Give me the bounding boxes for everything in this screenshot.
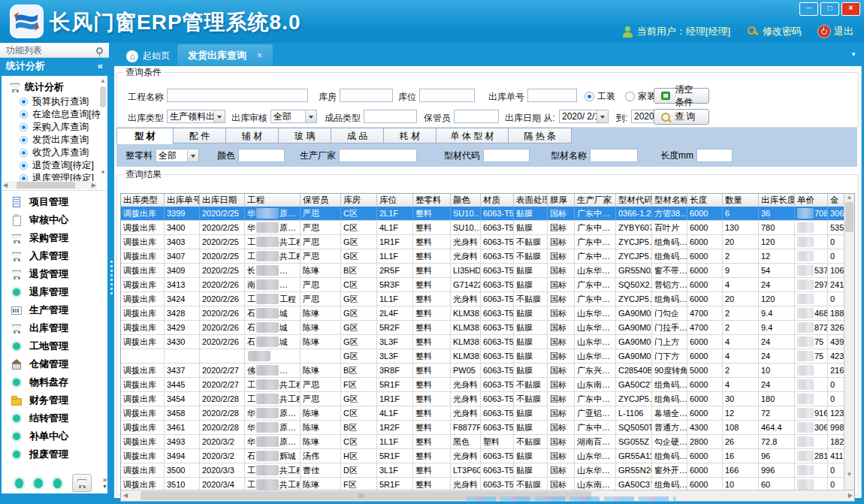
table-row[interactable]: 调拨出库33992020/2/25华原…严思C区2L1F整料SU10…6063-… — [121, 207, 845, 221]
table-row[interactable]: 调拨出库34282020/2/26石城陈琳G区2L4F整料KLM38176063… — [121, 306, 845, 321]
sidebar-menu-item[interactable]: 退库管理 — [2, 283, 107, 301]
material-tab[interactable]: 型 材 — [116, 128, 174, 144]
sidebar-menu-item[interactable]: 工地管理 — [2, 337, 107, 355]
material-tab[interactable]: 单 体 型 材 — [437, 128, 509, 143]
dot-icon[interactable] — [53, 478, 62, 488]
radio-jiazhuang[interactable]: 家装 — [625, 90, 656, 103]
column-header[interactable]: 型材名称 — [652, 194, 687, 207]
tab-shipment-outbound-query[interactable]: 发货出库查询 × — [177, 44, 273, 66]
column-header[interactable]: 保管员 — [301, 194, 341, 207]
maker-input[interactable] — [339, 149, 417, 162]
date-from-select[interactable]: 2020/ 2/16 — [559, 110, 609, 123]
column-header[interactable]: 出库单号 — [165, 194, 200, 207]
material-tab[interactable]: 成 品 — [331, 128, 384, 143]
column-header[interactable]: 出库日期 — [200, 194, 245, 207]
table-row[interactable]: 调拨出库34612020/2/28华原…陈琳B区1R2F整料F8877FT606… — [121, 421, 845, 435]
table-row[interactable]: 调拨出库35102020/3/4工共工程陈琳F区5R1F整料光身料6063-T5… — [121, 478, 845, 490]
column-header[interactable]: 库位 — [377, 194, 413, 207]
table-row[interactable]: 调拨出库34132020/2/26南…严思C区5R3F整料G714226063-… — [121, 278, 845, 292]
column-header[interactable]: 生产厂家 — [575, 194, 616, 207]
minimize-button[interactable]: ─ — [799, 2, 818, 16]
table-row[interactable]: 调拨出库34092020/2/25长…陈琳B区2R5F整料LI35HD6063-… — [121, 264, 845, 278]
column-header[interactable]: 数量 — [723, 194, 759, 207]
material-tab[interactable]: 耗 材 — [384, 128, 437, 143]
close-button[interactable]: × — [841, 2, 860, 16]
tree-item[interactable]: 预算执行查询 — [20, 95, 107, 108]
scrollbar-thumb[interactable] — [100, 86, 106, 107]
column-header[interactable]: 表面处理 — [514, 194, 548, 207]
column-header[interactable]: 工程 — [245, 194, 301, 207]
table-row[interactable]: 调拨出库34072020/2/25工共工程严思G区1L1F整料光身料6063-T… — [121, 249, 845, 264]
column-header[interactable]: 出库长度 — [759, 194, 795, 207]
column-header[interactable]: 库房 — [341, 194, 377, 207]
table-row[interactable]: 调拨出库34032020/2/25工共工程严思G区1R1F整料光身料6063-T… — [121, 235, 845, 249]
tab-close-icon[interactable]: × — [257, 50, 262, 61]
scroll-up-icon[interactable]: ▲ — [844, 194, 854, 201]
table-row[interactable]: 调拨出库34942020/3/2石辉城汤伟H区5R1F整料光身料6063-T5贴… — [121, 449, 845, 463]
table-row[interactable]: 调拨出库34002020/2/25华原…严思C区4L1F整料SU10…6063-… — [121, 221, 845, 235]
cart-button[interactable] — [72, 474, 92, 492]
column-header[interactable]: 膜厚 — [548, 194, 575, 207]
tree-item[interactable]: 退货查询[待定] — [20, 159, 107, 172]
sidebar-menu-item[interactable]: 报废管理 — [2, 445, 107, 463]
scrollbar-thumb[interactable] — [845, 202, 853, 232]
scroll-down-icon[interactable]: ▼ — [99, 169, 107, 177]
column-header[interactable]: 颜色 — [451, 194, 481, 207]
tree-item[interactable]: 收货入库查询 — [20, 146, 107, 159]
length-input[interactable] — [696, 149, 733, 162]
maximize-button[interactable]: □ — [820, 2, 839, 16]
column-header[interactable]: 长度 — [687, 194, 723, 207]
dropdown-arrow-icon[interactable] — [597, 110, 608, 122]
table-row[interactable]: G区3L3F整料KLM38176063-T5贴膜国标山东华…GA90M09…门下… — [121, 349, 845, 364]
color-input[interactable] — [238, 149, 285, 162]
material-tab[interactable]: 配 件 — [174, 128, 226, 143]
tree-vertical-scrollbar[interactable]: ▲ ▼ — [99, 77, 107, 177]
material-tab[interactable]: 辅 材 — [226, 128, 279, 143]
order-no-input[interactable] — [527, 89, 577, 102]
table-row[interactable]: 调拨出库34452020/2/27工共工程严思F区5R1F整料光身料6063-T… — [121, 378, 845, 392]
tree-root-node[interactable]: 统计分析 — [2, 76, 107, 95]
more-buttons-chevron[interactable]: » ▼ — [102, 477, 107, 490]
material-tab[interactable]: 玻 璃 — [279, 128, 331, 143]
sidebar-menu-item[interactable]: 采购管理 — [2, 229, 107, 247]
column-header[interactable]: 单价 — [795, 194, 828, 207]
table-row[interactable]: 调拨出库34932020/3/2华原…陈琳C区1L1F整料黑色塑料不贴膜国标湖南… — [121, 435, 845, 449]
warehouse-input[interactable] — [340, 89, 393, 102]
scroll-left-icon[interactable]: ◀ — [121, 492, 130, 499]
table-row[interactable]: 调拨出库34302020/2/26石城陈琳G区3L3F整料KLM38176063… — [121, 335, 845, 349]
column-header[interactable]: 出库类型 — [121, 194, 165, 207]
scrollbar-thumb[interactable] — [17, 182, 75, 189]
out-type-select[interactable]: 生产领料出库 — [167, 110, 225, 123]
product-type-input[interactable] — [364, 110, 417, 123]
sidebar-menu-item[interactable]: 生产管理 — [2, 301, 107, 319]
sidebar-menu-item[interactable]: 入库管理 — [2, 247, 107, 265]
sidebar-menu-item[interactable]: 结转管理 — [2, 409, 107, 427]
column-header[interactable]: 型材代码 — [616, 194, 652, 207]
scroll-right-icon[interactable]: ▶ — [92, 182, 96, 189]
table-row[interactable]: 调拨出库34242020/2/26工工程严思G区1L1F整料光身料6063-T5… — [121, 292, 845, 306]
stats-section-bar[interactable]: 统计分析 « — [0, 58, 109, 74]
keeper-input[interactable] — [454, 110, 499, 123]
scroll-down-icon[interactable]: ▼ — [844, 471, 854, 478]
material-tab[interactable]: 隔 热 条 — [509, 128, 572, 143]
column-header[interactable]: 整零料 — [413, 194, 451, 207]
change-password-button[interactable]: 修改密码 — [747, 25, 802, 38]
dropdown-arrow-icon[interactable] — [187, 149, 198, 161]
dot-icon[interactable] — [34, 478, 42, 488]
dot-icon[interactable] — [15, 478, 23, 488]
tree-item[interactable]: 在途信息查询[待 — [20, 108, 107, 121]
whole-select[interactable]: 全部 — [156, 149, 199, 162]
scroll-left-icon[interactable]: ◀ — [3, 182, 8, 189]
pin-icon[interactable] — [96, 47, 103, 54]
scroll-up-icon[interactable]: ▲ — [99, 77, 107, 85]
project-name-input[interactable] — [167, 89, 308, 102]
sidebar-menu-item[interactable]: 审核中心 — [2, 211, 107, 229]
sidebar-menu-item[interactable]: 项目管理 — [2, 193, 107, 211]
tab-home[interactable]: ⌂ 起始页 — [119, 46, 177, 66]
sidebar-menu-item[interactable]: 退货管理 — [2, 265, 107, 283]
table-row[interactable]: 调拨出库34542020/2/28工共工程严思G区1R1F整料光身料6063-T… — [121, 392, 845, 406]
sidebar-menu-item[interactable]: 仓储管理 — [2, 355, 107, 373]
code-input[interactable] — [483, 149, 530, 162]
radio-gongzhuang[interactable]: 工装 — [585, 90, 615, 103]
dropdown-arrow-icon[interactable] — [213, 110, 225, 122]
